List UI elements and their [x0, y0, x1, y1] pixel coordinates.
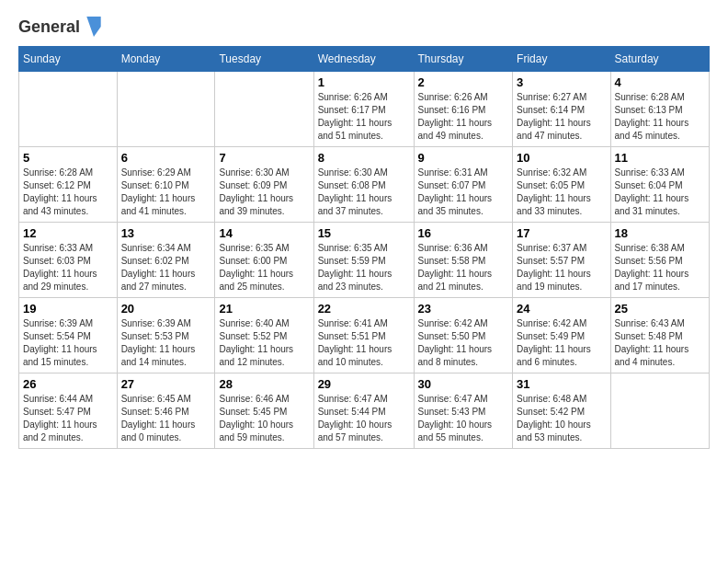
- day-number: 8: [318, 151, 410, 165]
- day-info: Sunrise: 6:28 AM Sunset: 6:12 PM Dayligh…: [23, 167, 113, 218]
- day-info: Sunrise: 6:35 AM Sunset: 6:00 PM Dayligh…: [219, 242, 309, 293]
- day-info: Sunrise: 6:48 AM Sunset: 5:42 PM Dayligh…: [517, 393, 606, 444]
- day-number: 7: [219, 151, 309, 165]
- calendar-cell: [215, 72, 313, 147]
- calendar-cell: [117, 72, 215, 147]
- day-info: Sunrise: 6:33 AM Sunset: 6:04 PM Dayligh…: [615, 167, 705, 218]
- logo-text: General: [18, 18, 101, 37]
- day-info: Sunrise: 6:26 AM Sunset: 6:16 PM Dayligh…: [418, 91, 509, 143]
- day-number: 18: [615, 226, 705, 240]
- day-info: Sunrise: 6:35 AM Sunset: 5:59 PM Dayligh…: [318, 242, 410, 293]
- calendar-cell: 29Sunrise: 6:47 AM Sunset: 5:44 PM Dayli…: [313, 373, 414, 449]
- page-header: General: [18, 18, 710, 37]
- day-info: Sunrise: 6:30 AM Sunset: 6:09 PM Dayligh…: [219, 167, 309, 218]
- calendar-cell: [610, 373, 709, 449]
- day-info: Sunrise: 6:47 AM Sunset: 5:44 PM Dayligh…: [318, 393, 410, 444]
- calendar-header: SundayMondayTuesdayWednesdayThursdayFrid…: [19, 47, 710, 72]
- day-info: Sunrise: 6:32 AM Sunset: 6:05 PM Dayligh…: [517, 167, 606, 218]
- day-number: 27: [121, 377, 211, 391]
- calendar-cell: 17Sunrise: 6:37 AM Sunset: 5:57 PM Dayli…: [513, 223, 610, 298]
- day-number: 11: [615, 151, 705, 165]
- day-info: Sunrise: 6:46 AM Sunset: 5:45 PM Dayligh…: [219, 393, 309, 444]
- day-info: Sunrise: 6:34 AM Sunset: 6:02 PM Dayligh…: [121, 242, 211, 293]
- day-number: 5: [23, 151, 113, 165]
- calendar-cell: 28Sunrise: 6:46 AM Sunset: 5:45 PM Dayli…: [215, 373, 313, 449]
- day-info: Sunrise: 6:28 AM Sunset: 6:13 PM Dayligh…: [615, 91, 705, 143]
- calendar-cell: 30Sunrise: 6:47 AM Sunset: 5:43 PM Dayli…: [414, 373, 513, 449]
- calendar-cell: 21Sunrise: 6:40 AM Sunset: 5:52 PM Dayli…: [215, 298, 313, 373]
- day-info: Sunrise: 6:42 AM Sunset: 5:50 PM Dayligh…: [418, 317, 509, 369]
- calendar-cell: 11Sunrise: 6:33 AM Sunset: 6:04 PM Dayli…: [610, 147, 709, 223]
- day-number: 31: [517, 377, 606, 391]
- weekday-header: Tuesday: [215, 47, 313, 72]
- day-info: Sunrise: 6:30 AM Sunset: 6:08 PM Dayligh…: [318, 167, 410, 218]
- calendar-cell: 12Sunrise: 6:33 AM Sunset: 6:03 PM Dayli…: [19, 223, 118, 298]
- day-number: 30: [418, 377, 509, 391]
- day-number: 17: [517, 226, 606, 240]
- day-info: Sunrise: 6:40 AM Sunset: 5:52 PM Dayligh…: [219, 317, 309, 369]
- calendar-cell: 22Sunrise: 6:41 AM Sunset: 5:51 PM Dayli…: [313, 298, 414, 373]
- calendar-cell: 6Sunrise: 6:29 AM Sunset: 6:10 PM Daylig…: [117, 147, 215, 223]
- calendar-cell: 5Sunrise: 6:28 AM Sunset: 6:12 PM Daylig…: [19, 147, 118, 223]
- calendar-cell: 10Sunrise: 6:32 AM Sunset: 6:05 PM Dayli…: [513, 147, 610, 223]
- day-number: 29: [318, 377, 410, 391]
- calendar-cell: 1Sunrise: 6:26 AM Sunset: 6:17 PM Daylig…: [313, 72, 414, 147]
- weekday-header: Monday: [117, 47, 215, 72]
- weekday-header: Wednesday: [313, 47, 414, 72]
- calendar-cell: 20Sunrise: 6:39 AM Sunset: 5:53 PM Dayli…: [117, 298, 215, 373]
- day-number: 25: [615, 302, 705, 316]
- calendar-cell: 16Sunrise: 6:36 AM Sunset: 5:58 PM Dayli…: [414, 223, 513, 298]
- day-info: Sunrise: 6:42 AM Sunset: 5:49 PM Dayligh…: [517, 317, 606, 369]
- calendar-cell: 14Sunrise: 6:35 AM Sunset: 6:00 PM Dayli…: [215, 223, 313, 298]
- day-number: 19: [23, 302, 113, 316]
- day-number: 3: [517, 75, 606, 89]
- day-number: 16: [418, 226, 509, 240]
- day-number: 24: [517, 302, 606, 316]
- calendar-cell: 13Sunrise: 6:34 AM Sunset: 6:02 PM Dayli…: [117, 223, 215, 298]
- day-number: 4: [615, 75, 705, 89]
- calendar-cell: 27Sunrise: 6:45 AM Sunset: 5:46 PM Dayli…: [117, 373, 215, 449]
- day-info: Sunrise: 6:36 AM Sunset: 5:58 PM Dayligh…: [418, 242, 509, 293]
- day-number: 26: [23, 377, 113, 391]
- day-number: 6: [121, 151, 211, 165]
- day-number: 28: [219, 377, 309, 391]
- day-info: Sunrise: 6:44 AM Sunset: 5:47 PM Dayligh…: [23, 393, 113, 444]
- calendar-cell: 9Sunrise: 6:31 AM Sunset: 6:07 PM Daylig…: [414, 147, 513, 223]
- day-info: Sunrise: 6:26 AM Sunset: 6:17 PM Dayligh…: [318, 91, 410, 143]
- calendar-cell: 4Sunrise: 6:28 AM Sunset: 6:13 PM Daylig…: [610, 72, 709, 147]
- day-number: 23: [418, 302, 509, 316]
- day-info: Sunrise: 6:33 AM Sunset: 6:03 PM Dayligh…: [23, 242, 113, 293]
- calendar-cell: 19Sunrise: 6:39 AM Sunset: 5:54 PM Dayli…: [19, 298, 118, 373]
- day-info: Sunrise: 6:39 AM Sunset: 5:54 PM Dayligh…: [23, 317, 113, 369]
- day-info: Sunrise: 6:45 AM Sunset: 5:46 PM Dayligh…: [121, 393, 211, 444]
- day-number: 15: [318, 226, 410, 240]
- day-info: Sunrise: 6:29 AM Sunset: 6:10 PM Dayligh…: [121, 167, 211, 218]
- weekday-header: Friday: [513, 47, 610, 72]
- logo: General: [18, 18, 101, 37]
- calendar-cell: 25Sunrise: 6:43 AM Sunset: 5:48 PM Dayli…: [610, 298, 709, 373]
- calendar-table: SundayMondayTuesdayWednesdayThursdayFrid…: [18, 46, 710, 449]
- day-number: 14: [219, 226, 309, 240]
- svg-marker-0: [86, 17, 100, 37]
- calendar-cell: 2Sunrise: 6:26 AM Sunset: 6:16 PM Daylig…: [414, 72, 513, 147]
- weekday-header: Thursday: [414, 47, 513, 72]
- day-number: 21: [219, 302, 309, 316]
- day-info: Sunrise: 6:39 AM Sunset: 5:53 PM Dayligh…: [121, 317, 211, 369]
- day-number: 2: [418, 75, 509, 89]
- day-info: Sunrise: 6:37 AM Sunset: 5:57 PM Dayligh…: [517, 242, 606, 293]
- day-info: Sunrise: 6:43 AM Sunset: 5:48 PM Dayligh…: [615, 317, 705, 369]
- day-number: 1: [318, 75, 410, 89]
- weekday-header: Saturday: [610, 47, 709, 72]
- calendar-cell: 8Sunrise: 6:30 AM Sunset: 6:08 PM Daylig…: [313, 147, 414, 223]
- logo-line1: General: [18, 18, 101, 37]
- calendar-cell: 31Sunrise: 6:48 AM Sunset: 5:42 PM Dayli…: [513, 373, 610, 449]
- day-number: 10: [517, 151, 606, 165]
- day-number: 22: [318, 302, 410, 316]
- day-info: Sunrise: 6:47 AM Sunset: 5:43 PM Dayligh…: [418, 393, 509, 444]
- calendar-cell: [19, 72, 118, 147]
- calendar-cell: 18Sunrise: 6:38 AM Sunset: 5:56 PM Dayli…: [610, 223, 709, 298]
- calendar-cell: 15Sunrise: 6:35 AM Sunset: 5:59 PM Dayli…: [313, 223, 414, 298]
- day-number: 9: [418, 151, 509, 165]
- day-info: Sunrise: 6:38 AM Sunset: 5:56 PM Dayligh…: [615, 242, 705, 293]
- day-number: 12: [23, 226, 113, 240]
